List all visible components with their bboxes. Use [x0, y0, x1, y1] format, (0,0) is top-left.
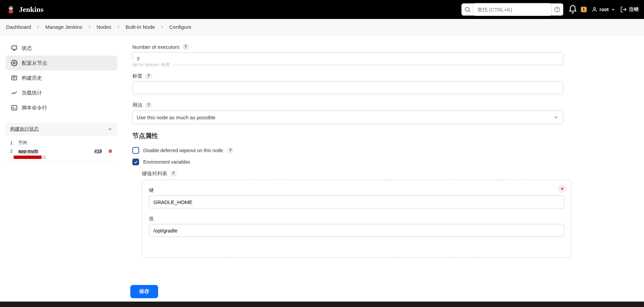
top-header: Jenkins 1 root 注销 [0, 0, 644, 19]
chart-line-icon [11, 89, 18, 96]
delete-kv-icon[interactable] [558, 185, 566, 193]
section-title-node-props: 节点属性 [132, 131, 618, 140]
kv-key-input[interactable] [149, 196, 564, 208]
executor-index: 2 [10, 148, 15, 154]
user-menu[interactable]: root [591, 6, 615, 13]
sidebar-item-label: 脚本命令行 [22, 105, 47, 111]
os-taskbar [0, 302, 644, 307]
sidebar-item-label: 负载统计 [22, 90, 42, 96]
executor-index: 1 [10, 140, 15, 145]
usage-label: 用法 [132, 102, 143, 108]
logout-label: 注销 [629, 6, 639, 13]
checkbox-env-vars[interactable] [132, 159, 139, 165]
save-bar: 保存 [130, 281, 644, 302]
sidebar-item-script-console[interactable]: 脚本命令行 [5, 100, 117, 115]
chevron-right-icon [36, 25, 40, 29]
svg-point-1 [10, 7, 10, 8]
usage-select[interactable]: Use this node as much as possible [132, 110, 563, 124]
kv-value-input[interactable] [149, 224, 564, 237]
kv-value-label: 值 [149, 216, 564, 222]
svg-point-8 [593, 7, 595, 9]
form-group-usage: 用法 ? Use this node as much as possible [132, 102, 563, 124]
notification-badge: 1 [581, 7, 587, 12]
sidebar-item-label: 状态 [22, 45, 32, 52]
logout-button[interactable]: 注销 [620, 6, 639, 13]
form-group-labels: 标签 ? [132, 73, 563, 94]
svg-line-5 [469, 11, 470, 12]
sidebar: 状态 配置从节点 构建历史 负载统计 脚本命令行 构建执行状态 1 [0, 35, 120, 302]
save-button[interactable]: 保存 [130, 285, 158, 298]
crumb-built-in-node[interactable]: Built-In Node [126, 24, 155, 30]
env-vars-section: 键值对列表 ? [142, 170, 618, 177]
tooltip-label-help: Help for feature: 标签 [132, 60, 173, 69]
executor-row: 1 空闲 [5, 138, 117, 147]
chevron-down-icon [611, 7, 615, 12]
svg-point-13 [14, 62, 15, 64]
num-executors-input[interactable] [132, 52, 563, 65]
monitor-icon [11, 45, 18, 52]
executor-build-link[interactable]: #19 [94, 148, 102, 154]
chevron-right-icon [87, 25, 92, 29]
chevron-right-icon [160, 25, 165, 29]
crumb-nodes[interactable]: Nodes [97, 24, 111, 30]
chevron-down-icon [553, 115, 559, 120]
form-group-num-executors: Number of executors ? Help for feature: … [132, 43, 563, 65]
help-icon[interactable]: ? [227, 147, 234, 154]
search-input[interactable] [473, 3, 552, 16]
svg-point-2 [11, 7, 12, 8]
chevron-down-icon [107, 126, 113, 132]
checkbox-deferred-wipeout[interactable] [132, 147, 139, 154]
labels-label: 标签 [132, 73, 143, 79]
svg-point-7 [557, 11, 557, 11]
executor-job-link[interactable]: app-multi [18, 148, 38, 154]
chevron-right-icon [116, 25, 121, 29]
search-help-icon[interactable] [554, 6, 561, 13]
sidebar-item-build-history[interactable]: 构建历史 [5, 70, 117, 85]
build-progress-bar[interactable] [14, 156, 46, 159]
usage-select-value: Use this node as much as possible [137, 115, 215, 120]
checkbox-env-vars-row: Environment variables [132, 159, 618, 165]
labels-input[interactable] [132, 81, 563, 94]
notifications-icon[interactable] [568, 5, 577, 14]
executor-label: 空闲 [18, 140, 27, 146]
kv-pair-block: 键 值 [142, 180, 571, 258]
executor-status-label: 构建执行状态 [10, 126, 39, 132]
help-icon[interactable]: ? [182, 43, 189, 50]
logo-area[interactable]: Jenkins [5, 4, 43, 15]
crumb-manage-jenkins[interactable]: Manage Jenkins [45, 24, 82, 30]
num-executors-label: Number of executors [132, 44, 179, 50]
help-icon[interactable]: ? [145, 73, 152, 79]
kv-key-label: 键 [149, 187, 564, 193]
checkbox-env-label: Environment variables [143, 159, 190, 165]
kv-list-label: 键值对列表 [142, 170, 167, 177]
history-icon [11, 75, 18, 81]
terminal-icon [11, 104, 18, 111]
svg-rect-10 [12, 46, 17, 49]
sidebar-item-label: 配置从节点 [22, 60, 47, 66]
search-box[interactable] [461, 3, 563, 16]
sidebar-item-load-stats[interactable]: 负载统计 [5, 85, 117, 100]
logo-text: Jenkins [19, 5, 43, 14]
search-icon [464, 6, 471, 13]
build-executor-status[interactable]: 构建执行状态 [5, 123, 117, 136]
executor-row: 2 app-multi #19 [5, 147, 117, 155]
user-name-label: root [600, 7, 609, 12]
executor-list: 1 空闲 2 app-multi #19 [5, 138, 117, 162]
breadcrumb: Dashboard Manage Jenkins Nodes Built-In … [0, 19, 644, 35]
main-content: Number of executors ? Help for feature: … [120, 35, 644, 302]
svg-point-4 [465, 7, 469, 11]
checkbox-deferred-label: Disable deferred wipeout on this node [143, 148, 223, 153]
sidebar-item-label: 构建历史 [22, 75, 42, 81]
svg-rect-3 [9, 10, 13, 14]
stop-build-icon[interactable] [108, 149, 113, 154]
checkbox-deferred-wipeout-row: Disable deferred wipeout on this node ? [132, 147, 618, 154]
crumb-dashboard[interactable]: Dashboard [6, 24, 31, 30]
sidebar-item-status[interactable]: 状态 [5, 41, 117, 56]
jenkins-logo-icon [5, 4, 16, 15]
sidebar-item-configure[interactable]: 配置从节点 [5, 56, 117, 70]
svg-rect-17 [12, 105, 17, 110]
help-icon[interactable]: ? [145, 102, 152, 108]
crumb-configure[interactable]: Configure [169, 24, 191, 30]
help-icon[interactable]: ? [170, 170, 177, 177]
gear-icon [11, 60, 18, 66]
